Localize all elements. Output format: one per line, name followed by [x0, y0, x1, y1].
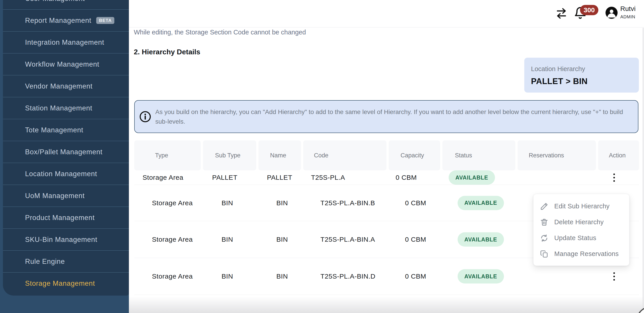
sidebar-item-label: Integration Management: [25, 38, 104, 46]
cell-name: BIN: [258, 258, 303, 295]
cell-status: AVAILABLE: [442, 258, 518, 295]
copy-icon: [540, 250, 548, 258]
cell-reservations: [518, 170, 598, 185]
sidebar-item-label: Box/Pallet Management: [25, 148, 102, 156]
sidebar-item-report-management[interactable]: Report Management BETA: [3, 9, 129, 31]
row-action-menu: Edit Sub Hierarchy Delete Hierarchy Upda…: [533, 194, 630, 266]
cell-capacity: 0 CBM: [389, 170, 442, 185]
hierarchy-card-label: Location Hierarchy: [531, 65, 639, 73]
sidebar-item-label: Rule Engine: [25, 258, 65, 266]
cell-status: AVAILABLE: [442, 221, 518, 258]
cell-type: Storage Area: [134, 185, 203, 221]
cell-action: [598, 170, 639, 185]
sidebar-item-integration-management[interactable]: Integration Management: [3, 31, 129, 53]
user-avatar[interactable]: [606, 7, 618, 19]
cell-sub-type: BIN: [203, 185, 258, 221]
menu-item-delete-hierarchy[interactable]: Delete Hierarchy: [534, 214, 629, 230]
sidebar-item-location-management[interactable]: Location Management: [3, 163, 129, 185]
sidebar-item-label: Workflow Management: [25, 60, 99, 68]
table-header-cell: Action: [598, 140, 639, 170]
sidebar-item-label: Station Management: [25, 104, 92, 112]
cell-name: PALLET: [258, 170, 303, 185]
app-screen: User Management Report Management BETA I…: [0, 0, 644, 313]
info-icon: [139, 111, 151, 123]
cell-code: T25S-PL.A-BIN.B: [303, 185, 389, 221]
info-banner: As you build on the hierarchy, you can "…: [134, 100, 638, 133]
table-header-cell: Code: [303, 140, 389, 170]
sidebar-item-user-management[interactable]: User Management: [3, 0, 129, 9]
sidebar-nav: User Management Report Management BETA I…: [3, 0, 129, 295]
cell-type: Storage Area: [134, 258, 203, 295]
cell-name: BIN: [258, 185, 303, 221]
location-hierarchy-card: Location Hierarchy PALLET > BIN: [524, 58, 639, 93]
table-header-cell: Reservations: [518, 140, 598, 170]
sidebar-item-label: SKU-Bin Management: [25, 236, 97, 244]
sidebar-item-workflow-management[interactable]: Workflow Management: [3, 53, 129, 75]
table-header-cell: Capacity: [389, 140, 442, 170]
status-badge: AVAILABLE: [449, 170, 495, 185]
trash-icon: [540, 218, 548, 227]
menu-item-update-status[interactable]: Update Status: [534, 230, 629, 246]
cell-status: AVAILABLE: [442, 170, 518, 185]
sidebar-item-label: Product Management: [25, 214, 95, 222]
pencil-icon: [540, 202, 548, 211]
table-header-cell: Status: [442, 140, 518, 170]
sidebar-item-tote-management[interactable]: Tote Management: [3, 119, 129, 141]
sidebar-item-station-management[interactable]: Station Management: [3, 97, 129, 119]
sidebar-item-storage-management[interactable]: Storage Management: [3, 273, 129, 295]
hierarchy-card-value: PALLET > BIN: [531, 77, 639, 86]
beta-badge: BETA: [96, 17, 114, 24]
cell-type: Storage Area: [134, 221, 203, 258]
vertical-scrollbar[interactable]: [642, 28, 644, 313]
cell-sub-type: PALLET: [203, 170, 258, 185]
sidebar: User Management Report Management BETA I…: [0, 0, 129, 313]
cell-code: T25S-PL.A-BIN.D: [303, 258, 389, 295]
topbar: 300 Rutvi ADMIN: [129, 0, 644, 27]
sidebar-item-label: Storage Management: [25, 280, 95, 288]
cell-type: Storage Area: [134, 170, 203, 185]
status-badge: AVAILABLE: [458, 269, 504, 284]
cell-status: AVAILABLE: [442, 185, 518, 221]
transfer-icon[interactable]: [555, 7, 568, 20]
status-badge: AVAILABLE: [458, 196, 504, 210]
edit-note: While editing, the Storage Section Code …: [134, 29, 306, 36]
sidebar-item-label: Vendor Management: [25, 82, 92, 90]
sidebar-item-rule-engine[interactable]: Rule Engine: [3, 251, 129, 273]
sidebar-item-product-management[interactable]: Product Management: [3, 207, 129, 229]
status-badge: AVAILABLE: [458, 232, 504, 247]
cell-code: T25S-PL.A-BIN.A: [303, 221, 389, 258]
cell-sub-type: BIN: [203, 221, 258, 258]
cell-code: T25S-PL.A: [303, 170, 389, 185]
sidebar-item-uom-management[interactable]: UoM Management: [3, 185, 129, 207]
row-actions-kebab-icon[interactable]: [610, 171, 618, 184]
notification-count-badge[interactable]: 300: [580, 5, 598, 15]
sidebar-item-sku-bin-management[interactable]: SKU-Bin Management: [3, 229, 129, 251]
bottom-fade: [129, 297, 644, 313]
sidebar-item-label: User Management: [25, 0, 85, 3]
table-row: Storage Area PALLET PALLET T25S-PL.A 0 C…: [134, 170, 639, 185]
sidebar-item-label: Tote Management: [25, 126, 83, 134]
sidebar-item-box-pallet-management[interactable]: Box/Pallet Management: [3, 141, 129, 163]
user-role: ADMIN: [620, 14, 636, 19]
cell-capacity: 0 CBM: [389, 221, 442, 258]
cell-sub-type: BIN: [203, 258, 258, 295]
user-info[interactable]: Rutvi ADMIN: [620, 5, 636, 19]
sidebar-item-label: UoM Management: [25, 192, 84, 200]
cell-capacity: 0 CBM: [389, 185, 442, 221]
sidebar-item-label: Report Management: [25, 16, 91, 24]
sync-icon: [540, 234, 548, 242]
section-title: 2. Hierarchy Details: [134, 48, 200, 56]
sidebar-item-vendor-management[interactable]: Vendor Management: [3, 75, 129, 97]
menu-item-edit-sub-hierarchy[interactable]: Edit Sub Hierarchy: [534, 198, 629, 214]
info-banner-text: As you build on the hierarchy, you can "…: [155, 107, 631, 126]
table-header-cell: Sub Type: [203, 140, 258, 170]
sidebar-item-label: Location Management: [25, 170, 97, 178]
user-name: Rutvi: [620, 5, 636, 12]
table-header-cell: Type: [134, 140, 203, 170]
table-header-row: TypeSub TypeNameCodeCapacityStatusReserv…: [134, 140, 639, 170]
menu-item-manage-reservations[interactable]: Manage Reservations: [534, 246, 629, 262]
sidebar-panel: User Management Report Management BETA I…: [3, 0, 129, 296]
table-header-cell: Name: [258, 140, 303, 170]
cell-capacity: 0 CBM: [389, 258, 442, 295]
row-actions-kebab-icon[interactable]: [610, 270, 618, 283]
